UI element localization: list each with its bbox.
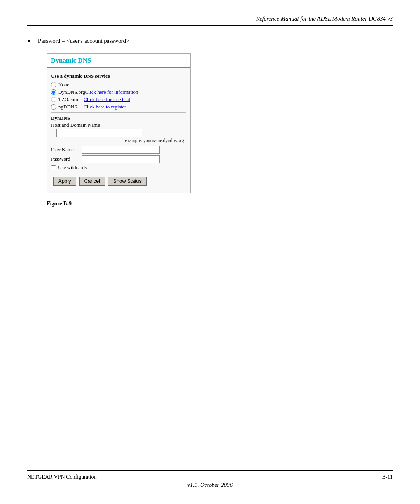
- wildcard-row: Use wildcards: [51, 164, 186, 171]
- host-input-container: [51, 129, 186, 137]
- password-input[interactable]: [82, 155, 160, 163]
- host-domain-label: Host and Domain Name: [51, 122, 186, 128]
- radio-ngddns[interactable]: [51, 104, 56, 110]
- page-footer: NETGEAR VPN Configuration B-11 v1.1, Oct…: [27, 470, 393, 488]
- radio-label-dyndns: DynDNS.org: [58, 89, 85, 95]
- host-domain-input[interactable]: [56, 129, 142, 137]
- content-area: • Password = <user's account password> D…: [27, 38, 393, 207]
- page-header: Reference Manual for the ADSL Modem Rout…: [27, 16, 393, 26]
- radio-none[interactable]: [51, 82, 56, 88]
- username-input[interactable]: [82, 146, 160, 154]
- page-container: Reference Manual for the ADSL Modem Rout…: [0, 0, 420, 504]
- host-example: example: yourname.dyndns.org: [51, 138, 186, 144]
- dyndns-info-link[interactable]: Click here for information: [85, 89, 138, 95]
- tzo-trial-link[interactable]: Click here for free trial: [84, 96, 130, 103]
- password-row: Password: [51, 155, 186, 163]
- radio-label-ngddns: ngDDNS: [58, 104, 84, 110]
- radio-row-tzo: TZO.com Click here for free trial: [51, 96, 186, 103]
- cancel-button[interactable]: Cancel: [79, 177, 105, 186]
- header-title: Reference Manual for the ADSL Modem Rout…: [256, 16, 393, 22]
- username-label: User Name: [51, 147, 82, 153]
- panel-header: Dynamic DNS: [47, 54, 190, 68]
- footer-left-text: NETGEAR VPN Configuration: [27, 474, 97, 480]
- panel-title: Dynamic DNS: [51, 57, 91, 64]
- button-row: Apply Cancel Show Status: [51, 173, 186, 189]
- radio-row-ngddns: ngDDNS Click here to register: [51, 104, 186, 110]
- ngddns-register-link[interactable]: Click here to register: [84, 104, 126, 110]
- radio-dyndns[interactable]: [51, 89, 56, 95]
- wildcard-checkbox[interactable]: [51, 165, 56, 170]
- radio-tzo[interactable]: [51, 97, 56, 102]
- footer-right-text: B-11: [382, 474, 393, 480]
- wildcard-label: Use wildcards: [58, 164, 87, 171]
- dynamic-dns-panel: Dynamic DNS Use a dynamic DNS service No…: [47, 53, 191, 193]
- password-label: Password: [51, 156, 82, 162]
- bullet-item-password: • Password = <user's account password>: [27, 38, 393, 46]
- radio-label-none: None: [58, 82, 84, 88]
- figure-caption: Figure B-9: [47, 201, 393, 207]
- dyndns-section-title: DynDNS: [51, 115, 186, 121]
- service-section-label: Use a dynamic DNS service: [51, 73, 186, 79]
- bullet-dot: •: [27, 37, 30, 46]
- panel-body: Use a dynamic DNS service None DynDNS.or…: [47, 68, 190, 192]
- username-row: User Name: [51, 146, 186, 154]
- radio-row-none: None: [51, 82, 186, 88]
- radio-row-dyndns: DynDNS.org Click here for information: [51, 89, 186, 95]
- footer-center-text: v1.1, October 2006: [27, 482, 393, 488]
- show-status-button[interactable]: Show Status: [108, 177, 147, 186]
- footer-row: NETGEAR VPN Configuration B-11: [27, 474, 393, 480]
- dyndns-section: DynDNS Host and Domain Name example: you…: [51, 115, 186, 171]
- section-divider: [51, 112, 186, 113]
- apply-button[interactable]: Apply: [53, 177, 76, 186]
- radio-label-tzo: TZO.com: [58, 96, 84, 103]
- bullet-text: Password = <user's account password>: [38, 38, 130, 44]
